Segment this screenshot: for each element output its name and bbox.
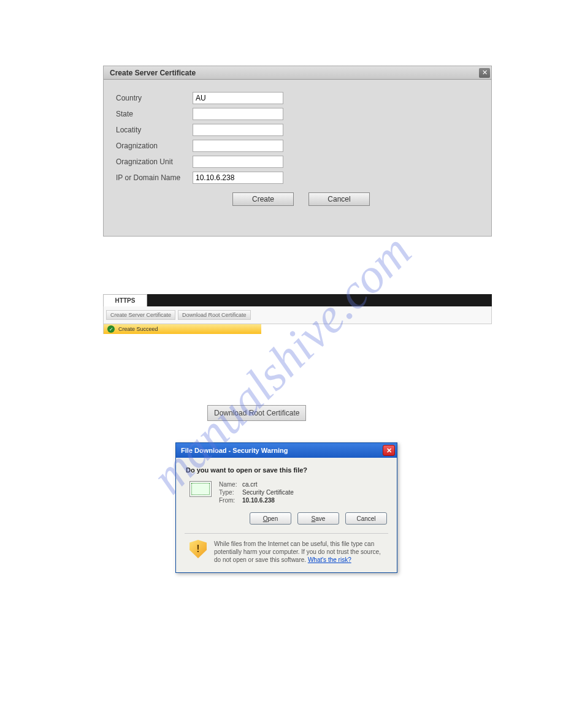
file-download-dialog: File Download - Security Warning ✕ Do yo… [175, 442, 397, 573]
tab-https[interactable]: HTTPS [103, 294, 147, 306]
create-server-cert-button[interactable]: Create Server Certificate [106, 310, 175, 320]
tab-bar: HTTPS [103, 294, 492, 306]
file-type: Security Certificate [242, 489, 294, 496]
ip-domain-input[interactable] [193, 172, 283, 184]
organization-unit-input[interactable] [193, 156, 283, 168]
dialog-body: Do you want to open or save this file? N… [176, 458, 397, 572]
shield-warning-icon: ! [190, 540, 207, 558]
file-metadata: Name:ca.crt Type:Security Certificate Fr… [219, 481, 294, 505]
risk-link[interactable]: What's the risk? [308, 556, 351, 563]
from-label: From: [219, 497, 242, 504]
name-label: Name: [219, 481, 242, 488]
state-label: State [116, 110, 193, 118]
prompt-text: Do you want to open or save this file? [186, 466, 387, 474]
dialog-header: Create Server Certificate ✕ [104, 66, 491, 80]
locality-label: Locatity [116, 126, 193, 134]
open-button[interactable]: Open [250, 512, 291, 525]
locality-input[interactable] [193, 124, 283, 136]
check-icon: ✓ [107, 325, 115, 333]
organization-unit-label: Oragnization Unit [116, 157, 193, 166]
https-panel: HTTPS Create Server Certificate Download… [103, 294, 492, 334]
file-name: ca.crt [242, 481, 257, 488]
create-certificate-dialog: Create Server Certificate ✕ Country Stat… [103, 66, 492, 237]
country-input[interactable] [193, 92, 283, 104]
warning-text: While files from the Internet can be use… [214, 540, 382, 564]
ip-domain-label: IP or Domain Name [116, 173, 193, 182]
https-toolbar: Create Server Certificate Download Root … [103, 306, 492, 324]
certificate-icon [190, 481, 212, 497]
status-text: Create Succeed [118, 326, 158, 332]
warning-row: ! While files from the Internet can be u… [190, 540, 387, 564]
download-root-cert-button[interactable]: Download Root Certificate [178, 310, 251, 320]
dialog-title: Create Server Certificate [110, 69, 196, 77]
country-label: Country [116, 94, 193, 102]
file-source: 10.10.6.238 [242, 497, 275, 504]
dialog-body: Country State Locatity Oragnization Orag… [104, 80, 491, 236]
cancel-button[interactable]: Cancel [345, 512, 387, 525]
download-root-certificate-button[interactable]: Download Root Certificate [207, 405, 306, 421]
download-button-group: Download Root Certificate [207, 405, 306, 421]
organization-label: Oragnization [116, 142, 193, 150]
dialog-buttons: Open Save Cancel [186, 512, 387, 525]
cancel-button[interactable]: Cancel [308, 192, 370, 206]
type-label: Type: [219, 489, 242, 496]
close-icon[interactable]: ✕ [479, 68, 490, 78]
create-button[interactable]: Create [232, 192, 294, 206]
file-info: Name:ca.crt Type:Security Certificate Fr… [190, 481, 387, 505]
dialog-header: File Download - Security Warning ✕ [176, 443, 397, 458]
divider [185, 533, 388, 534]
dialog-title: File Download - Security Warning [181, 447, 288, 454]
state-input[interactable] [193, 108, 283, 120]
close-icon[interactable]: ✕ [383, 445, 395, 456]
save-button[interactable]: Save [297, 512, 339, 525]
organization-input[interactable] [193, 140, 283, 152]
status-bar: ✓ Create Succeed [103, 324, 261, 334]
